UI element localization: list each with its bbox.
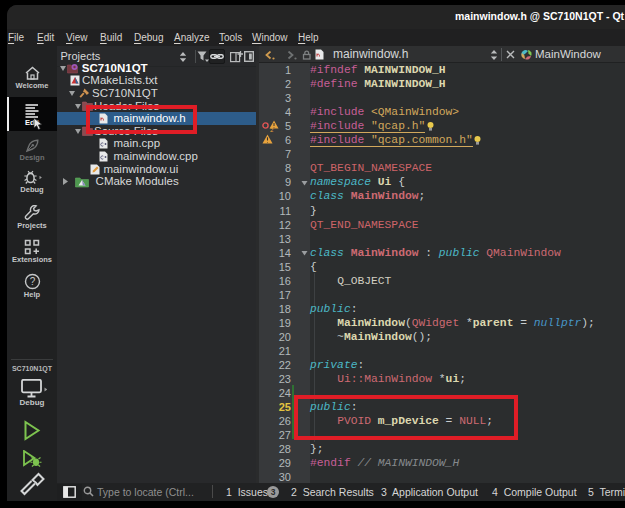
svg-text:?: ? <box>29 276 35 287</box>
